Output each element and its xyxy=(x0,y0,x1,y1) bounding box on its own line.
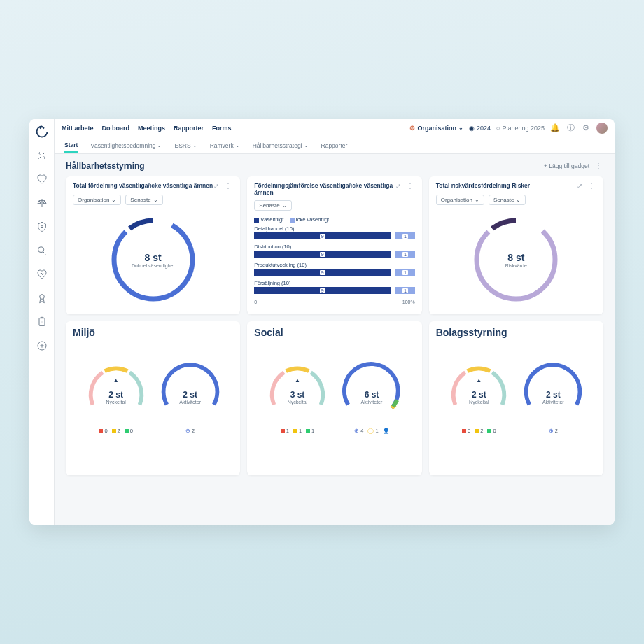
filter-senaste[interactable]: Senaste⌄ xyxy=(125,195,162,205)
svg-point-2 xyxy=(39,295,44,300)
pulse-icon[interactable] xyxy=(35,267,49,281)
expand-icon[interactable]: ⤢ xyxy=(396,182,404,190)
activity-count: ⊕2 xyxy=(549,428,558,434)
tab-start[interactable]: Start xyxy=(64,141,78,153)
bar-segment-essential: 9 xyxy=(254,251,391,258)
indicator-swatch xyxy=(293,429,298,433)
filter-org[interactable]: Organisation⌄ xyxy=(436,195,484,205)
card-riskvarde: Total riskvärdesfördelning Risker ⤢⋮ Org… xyxy=(429,176,603,314)
add-icon[interactable] xyxy=(35,339,49,353)
tab-rapporter-sub[interactable]: Rapporter xyxy=(321,142,348,149)
filter-senaste[interactable]: Senaste⌄ xyxy=(254,200,291,211)
chevron-down-icon: ⌄ xyxy=(153,197,158,203)
donut-sub: Dubbel väsentlighet xyxy=(132,263,175,268)
indicator-swatch xyxy=(125,429,129,433)
legend-swatch xyxy=(254,218,259,223)
chevron-down-icon: ⌄ xyxy=(235,142,240,148)
tab-esrs[interactable]: ESRS⌄ xyxy=(174,142,197,149)
top-nav: Mitt arbete Do board Meetings Rapporter … xyxy=(55,119,615,137)
planning-selector[interactable]: ○ Planering 2025 xyxy=(496,125,545,132)
svg-point-1 xyxy=(38,247,43,253)
card-title: Social xyxy=(254,327,414,338)
bar-row: Distribution (10)91 xyxy=(254,244,414,258)
year-selector[interactable]: ◉ 2024 xyxy=(469,125,491,132)
more-icon[interactable]: ⋮ xyxy=(225,182,233,190)
gauge-row: ▲ 2 stNyckeltal 020 2 stAktiviteter xyxy=(73,344,233,434)
indicator-swatch xyxy=(306,429,310,433)
chevron-down-icon: ⌄ xyxy=(282,202,287,209)
more-icon[interactable]: ⋮ xyxy=(595,162,603,170)
bar-track: 91 xyxy=(254,251,414,258)
indicators: 020 xyxy=(99,428,133,434)
search-icon[interactable] xyxy=(35,244,49,258)
award-icon[interactable] xyxy=(35,291,49,305)
gear-icon[interactable]: ⚙ xyxy=(581,123,591,133)
donut-sub: Riskvärde xyxy=(505,263,527,268)
app-window: Mitt arbete Do board Meetings Rapporter … xyxy=(29,119,615,525)
plan-label: Planering 2025 xyxy=(502,125,545,132)
activity-a-count: ⊕4 xyxy=(354,428,363,434)
content: Hållbarhetsstyrning + Lägg till gadget ⋮… xyxy=(55,154,615,525)
indicators: 020 xyxy=(462,428,496,434)
org-dropdown[interactable]: ⚙ Organisation ⌄ xyxy=(410,125,463,132)
indicator-item: 0 xyxy=(125,428,133,434)
nav-mitt-arbete[interactable]: Mitt arbete xyxy=(62,125,94,132)
tab-hallbarhet[interactable]: Hållbarhetsstrategi⌄ xyxy=(253,142,309,149)
indicators: 111 xyxy=(281,428,315,434)
expand-icon[interactable]: ⤢ xyxy=(577,182,585,190)
bar-row: Produktutveckling (10)91 xyxy=(254,262,414,276)
indicator-item: 0 xyxy=(462,428,470,434)
avatar[interactable] xyxy=(596,122,608,134)
card-title: Bolagsstyrning xyxy=(436,327,596,338)
bar-track: 91 xyxy=(254,269,414,276)
card-row-2: Miljö ▲ 2 stNyckeltal 020 xyxy=(66,321,603,475)
bar-scale: 0 100% xyxy=(254,300,414,304)
main-area: Mitt arbete Do board Meetings Rapporter … xyxy=(55,119,615,525)
chevron-down-icon: ⌄ xyxy=(157,142,162,148)
gauge-aktiviteter: 2 stAktiviteter ⊕2 xyxy=(157,358,224,434)
nav-meetings[interactable]: Meetings xyxy=(138,125,165,132)
more-icon[interactable]: ⋮ xyxy=(588,182,596,190)
card-title: Miljö xyxy=(73,327,233,338)
info-icon[interactable]: ⓘ xyxy=(566,123,575,133)
clipboard-icon[interactable] xyxy=(35,315,49,329)
svg-rect-3 xyxy=(39,318,45,326)
more-icon[interactable]: ⋮ xyxy=(407,182,415,190)
indicator-swatch xyxy=(99,429,103,433)
card-title: Fördelningsjämförelse väsentliga/icke vä… xyxy=(254,182,395,196)
tab-vasentlighet[interactable]: Väsentlighetsbedömning⌄ xyxy=(90,142,162,149)
card-title: Total fördelning väsentliga/icke väsentl… xyxy=(73,182,214,189)
scales-icon[interactable] xyxy=(35,196,49,210)
filter-senaste[interactable]: Senaste⌄ xyxy=(489,195,526,205)
bell-icon[interactable]: 🔔 xyxy=(550,123,560,133)
tab-ramverk[interactable]: Ramverk⌄ xyxy=(210,142,240,149)
bar-segment-nonessential: 1 xyxy=(396,269,415,276)
gauge-aktiviteter: 2 stAktiviteter ⊕2 xyxy=(519,358,587,434)
activity-b-count: ◯1 xyxy=(368,428,378,434)
bar-label: Distribution (10) xyxy=(254,244,414,250)
sub-nav: Start Väsentlighetsbedömning⌄ ESRS⌄ Ramv… xyxy=(55,137,615,154)
chevron-down-icon: ⌄ xyxy=(304,142,309,148)
chevron-down-icon: ⌄ xyxy=(458,125,463,131)
heart-icon[interactable] xyxy=(35,172,49,186)
card-bolagsstyrning: Bolagsstyrning ▲ 2 stNyckeltal 020 xyxy=(429,321,603,475)
indicator-swatch xyxy=(112,429,116,433)
indicator-item: 1 xyxy=(293,428,302,434)
bar-segment-essential: 9 xyxy=(254,269,391,276)
nav-do-board[interactable]: Do board xyxy=(102,125,130,132)
card-social: Social ▲ 3 stNyckeltal 111 xyxy=(247,321,421,475)
indicator-swatch xyxy=(487,429,491,433)
shield-icon[interactable] xyxy=(35,220,49,234)
page-title: Hållbarhetsstyrning xyxy=(66,161,145,171)
donut-chart: 8 st Riskvärde xyxy=(436,211,596,309)
add-gadget-button[interactable]: + Lägg till gadget xyxy=(544,162,589,169)
year-label: 2024 xyxy=(477,125,491,132)
expand-icon[interactable]: ⤢ xyxy=(214,182,222,190)
nav-forms[interactable]: Forms xyxy=(212,125,232,132)
indicator-value: 2 xyxy=(480,428,483,434)
gauge-row: ▲ 2 stNyckeltal 020 2 stAktiviteter xyxy=(436,344,596,434)
tools-icon[interactable] xyxy=(35,148,49,162)
nav-right: ⚙ Organisation ⌄ ◉ 2024 ○ Planering 2025… xyxy=(410,122,608,134)
filter-org[interactable]: Organisation⌄ xyxy=(73,195,121,205)
nav-rapporter[interactable]: Rapporter xyxy=(174,125,204,132)
